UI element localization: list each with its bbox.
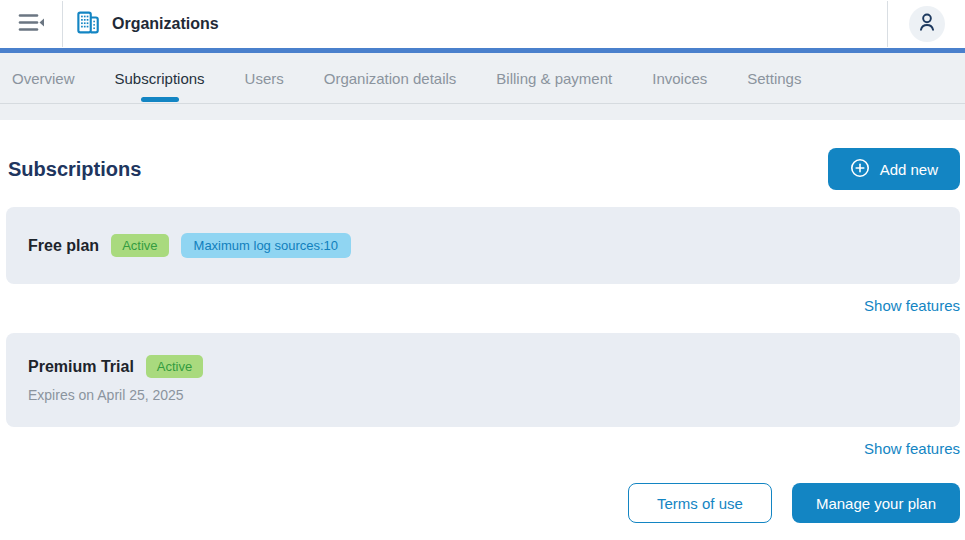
tab-bar: Overview Subscriptions Users Organizatio… xyxy=(0,53,965,103)
page-title: Subscriptions xyxy=(8,158,141,181)
show-features-link-free-plan[interactable]: Show features xyxy=(864,297,960,314)
terms-of-use-button[interactable]: Terms of use xyxy=(628,483,772,523)
tab-users[interactable]: Users xyxy=(245,53,284,103)
subscription-card-free-plan: Free plan Active Maximum log sources:10 xyxy=(6,207,960,284)
header-divider xyxy=(62,1,63,47)
limit-badge: Maximum log sources:10 xyxy=(181,233,352,258)
add-new-button[interactable]: Add new xyxy=(828,148,960,190)
show-features-link-premium-trial[interactable]: Show features xyxy=(864,440,960,457)
plus-circle-icon xyxy=(850,158,870,181)
buildings-icon xyxy=(75,9,102,40)
tab-invoices[interactable]: Invoices xyxy=(652,53,707,103)
app-header: Organizations xyxy=(0,0,965,48)
subscription-card-premium-trial: Premium Trial Active Expires on April 25… xyxy=(6,333,960,427)
status-badge: Active xyxy=(146,355,203,378)
plan-expiry-text: Expires on April 25, 2025 xyxy=(28,387,938,403)
manage-your-plan-button[interactable]: Manage your plan xyxy=(792,483,960,523)
tab-bar-strip xyxy=(0,104,965,120)
tab-organization-details[interactable]: Organization details xyxy=(324,53,457,103)
tab-settings[interactable]: Settings xyxy=(747,53,801,103)
person-icon xyxy=(916,11,938,37)
plan-name: Free plan xyxy=(28,237,99,255)
page-header-title: Organizations xyxy=(112,15,219,33)
tab-overview[interactable]: Overview xyxy=(12,53,75,103)
user-avatar-button[interactable] xyxy=(909,6,945,42)
tab-billing-payment[interactable]: Billing & payment xyxy=(496,53,612,103)
collapse-sidebar-icon xyxy=(18,12,45,37)
plan-name: Premium Trial xyxy=(28,358,134,376)
status-badge: Active xyxy=(111,234,168,257)
tab-subscriptions[interactable]: Subscriptions xyxy=(115,53,205,103)
main-content: Subscriptions Add new Free plan Active M… xyxy=(0,148,965,523)
add-new-label: Add new xyxy=(880,161,938,178)
collapse-sidebar-button[interactable] xyxy=(0,0,62,48)
